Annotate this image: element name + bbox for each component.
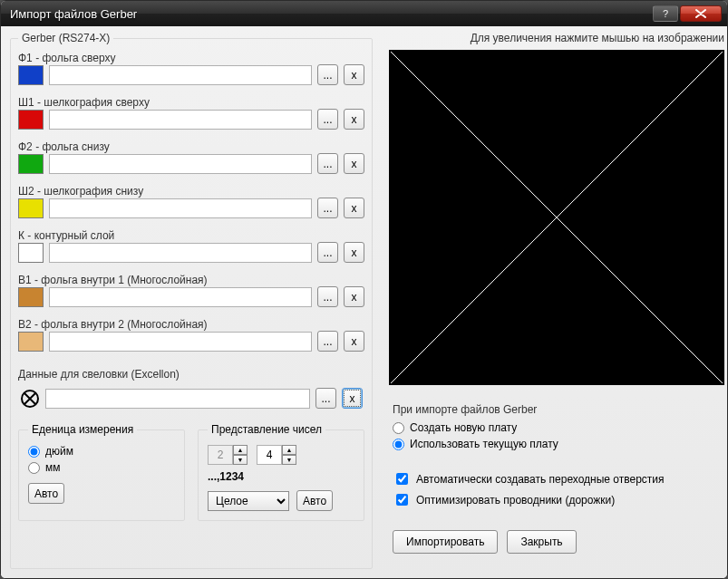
- auto-vias-checkbox[interactable]: Автоматически создавать переходные отвер…: [393, 470, 724, 487]
- help-button[interactable]: ?: [653, 5, 678, 22]
- import-button[interactable]: Импортировать: [393, 530, 498, 554]
- import-options-header: При импорте файлов Gerber: [393, 403, 724, 416]
- close-button[interactable]: Закрыть: [507, 530, 576, 554]
- drill-browse-button[interactable]: ...: [315, 388, 336, 409]
- units-groupbox: Еденица измерения дюйм мм Авто: [18, 423, 185, 521]
- gerber-groupbox: Gerber (RS274-X) Ф1 - фольга сверху...xШ…: [10, 32, 373, 569]
- close-icon: [694, 9, 707, 18]
- layer-browse-button[interactable]: ...: [317, 331, 338, 352]
- layer-clear-button[interactable]: x: [344, 198, 364, 218]
- layer-clear-button[interactable]: x: [344, 153, 364, 174]
- layers-list: Ф1 - фольга сверху...xШ1 - шелкография с…: [18, 50, 364, 352]
- layer-browse-button[interactable]: ...: [317, 242, 338, 263]
- gerber-legend: Gerber (RS274-X): [18, 32, 113, 44]
- units-auto-button[interactable]: Авто: [28, 483, 64, 504]
- layer-browse-button[interactable]: ...: [317, 286, 338, 307]
- auto-vias-label: Автоматически создавать переходные отвер…: [416, 473, 665, 486]
- layer-label: Ф1 - фольга сверху: [18, 52, 364, 64]
- layer-clear-button[interactable]: x: [344, 64, 364, 85]
- close-window-button[interactable]: [680, 5, 722, 22]
- frac-digits-down[interactable]: ▼: [282, 455, 296, 465]
- optimize-tracks-checkbox[interactable]: Оптимизировать проводники (дорожки): [393, 491, 724, 508]
- window-buttons: ?: [653, 5, 722, 22]
- layer-label: Ш2 - шелкография снизу: [18, 185, 364, 198]
- layer-row: ...x: [18, 109, 364, 130]
- layer-clear-button[interactable]: x: [344, 109, 364, 130]
- numfmt-mode-select[interactable]: Целое: [208, 491, 289, 511]
- frac-digits-input[interactable]: [257, 445, 282, 465]
- drill-clear-button[interactable]: x: [342, 388, 363, 409]
- layer-clear-button[interactable]: x: [344, 242, 364, 263]
- frac-digits-spinner[interactable]: ▲ ▼: [257, 445, 296, 465]
- units-inch-label: дюйм: [45, 445, 73, 458]
- frac-digits-up[interactable]: ▲: [282, 445, 296, 455]
- numfmt-legend: Представление чисел: [208, 423, 325, 436]
- layer-path-input[interactable]: [49, 287, 312, 307]
- optimize-tracks-label: Оптимизировать проводники (дорожки): [416, 494, 615, 507]
- create-board-radio[interactable]: Создать новую плату: [393, 421, 724, 434]
- numfmt-auto-button[interactable]: Авто: [296, 490, 333, 511]
- layer-row: ...x: [18, 153, 364, 174]
- numfmt-groupbox: Представление чисел ▲ ▼: [198, 423, 364, 521]
- titlebar: Импорт файлов Gerber ?: [1, 1, 727, 26]
- layer-label: Ф2 - фольга снизу: [18, 140, 364, 153]
- layer-row: ...x: [18, 331, 364, 352]
- layer-row: ...x: [18, 64, 364, 85]
- layer-color-swatch[interactable]: [18, 154, 44, 174]
- layer-path-input[interactable]: [49, 65, 312, 85]
- use-board-label: Использовать текущую плату: [410, 438, 558, 450]
- layer-label: В2 - фольга внутри 2 (Многослойная): [18, 318, 364, 331]
- use-board-radio[interactable]: Использовать текущую плату: [393, 438, 724, 450]
- units-mm-label: мм: [45, 461, 61, 474]
- numfmt-example: ...,1234: [208, 470, 354, 483]
- layer-browse-button[interactable]: ...: [317, 64, 338, 85]
- int-digits-down[interactable]: ▼: [233, 455, 248, 465]
- layer-browse-button[interactable]: ...: [317, 153, 338, 174]
- layer-color-swatch[interactable]: [18, 243, 44, 263]
- units-legend: Еденица измерения: [28, 423, 137, 436]
- int-digits-spinner: ▲ ▼: [208, 445, 248, 465]
- int-digits-up[interactable]: ▲: [233, 445, 248, 455]
- drill-path-input[interactable]: [45, 389, 310, 409]
- layer-label: К - контурный слой: [18, 229, 364, 242]
- layer-path-input[interactable]: [49, 198, 312, 218]
- layer-path-input[interactable]: [49, 243, 312, 263]
- layer-color-swatch[interactable]: [18, 332, 44, 352]
- layer-label: В1 - фольга внутри 1 (Многослойная): [18, 274, 364, 286]
- import-options: При импорте файлов Gerber Создать новую …: [389, 403, 724, 512]
- units-mm-radio[interactable]: мм: [28, 461, 175, 474]
- preview-area[interactable]: [389, 50, 724, 385]
- drill-section-label: Данные для свеловки (Excellon): [18, 368, 364, 381]
- layer-row: ...x: [18, 198, 364, 218]
- right-column: При импорте файлов Gerber Создать новую …: [389, 48, 724, 569]
- layer-label: Ш1 - шелкография сверху: [18, 96, 364, 109]
- layer-path-input[interactable]: [49, 332, 312, 352]
- int-digits-input: [208, 445, 233, 465]
- drill-icon: [20, 389, 40, 409]
- layer-row: ...x: [18, 242, 364, 263]
- layer-color-swatch[interactable]: [18, 65, 44, 85]
- layer-color-swatch[interactable]: [18, 198, 44, 218]
- create-board-label: Создать новую плату: [410, 421, 517, 434]
- units-inch-radio[interactable]: дюйм: [28, 445, 175, 458]
- layer-browse-button[interactable]: ...: [317, 109, 338, 130]
- dialog-window: Импорт файлов Gerber ? Для увеличения на…: [0, 0, 728, 579]
- layer-clear-button[interactable]: x: [344, 286, 364, 307]
- window-title: Импорт файлов Gerber: [10, 7, 653, 21]
- drill-section: Данные для свеловки (Excellon) ... x Еде…: [18, 368, 364, 521]
- layer-row: ...x: [18, 286, 364, 307]
- layer-browse-button[interactable]: ...: [317, 198, 338, 218]
- layer-color-swatch[interactable]: [18, 287, 44, 307]
- layer-path-input[interactable]: [49, 110, 312, 130]
- layer-color-swatch[interactable]: [18, 110, 44, 130]
- layer-path-input[interactable]: [49, 154, 312, 174]
- layer-clear-button[interactable]: x: [344, 331, 364, 352]
- client-area: Для увеличения нажмите мышью на изображе…: [1, 26, 727, 578]
- preview-hint: Для увеличения нажмите мышью на изображе…: [389, 32, 724, 48]
